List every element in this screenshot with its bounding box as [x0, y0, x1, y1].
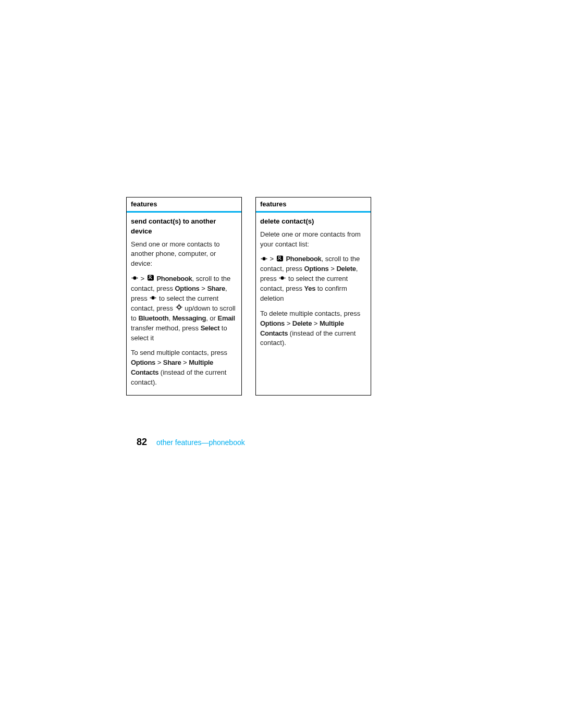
svg-point-0 [133, 277, 136, 280]
t: Delete [292, 319, 312, 327]
svg-point-16 [281, 277, 284, 280]
footer-section-title: other features—phonebook [156, 438, 245, 447]
t: > [285, 319, 292, 327]
box-header: features [256, 198, 371, 211]
feature-box-send-contacts: features send contact(s) to another devi… [126, 197, 242, 396]
svg-point-9 [181, 307, 182, 308]
t: Select [201, 324, 220, 332]
t: Share [207, 285, 225, 292]
svg-point-13 [261, 258, 262, 259]
t: transfer method, press [131, 324, 201, 332]
t: Options [260, 319, 285, 327]
t: Delete [336, 265, 356, 273]
t: > [312, 319, 320, 327]
t: > [200, 285, 207, 292]
box-header: features [127, 198, 241, 211]
svg-point-6 [155, 298, 156, 299]
center-key-icon [279, 274, 286, 284]
t: Messaging [173, 314, 206, 322]
t: Share [163, 359, 181, 366]
page-number: 82 [137, 437, 147, 448]
steps-paragraph: > Phonebook, scroll to the contact, pres… [260, 254, 366, 304]
t: To send multiple contacts, press [131, 349, 227, 356]
t: > [139, 275, 146, 282]
svg-point-18 [285, 278, 286, 279]
t: Bluetooth [138, 314, 168, 322]
subheading: delete contact(s) [260, 217, 366, 227]
multi-paragraph: To send multiple contacts, press Options… [131, 348, 237, 387]
content-columns: features send contact(s) to another devi… [126, 197, 371, 396]
page: features send contact(s) to another devi… [0, 0, 563, 728]
svg-point-10 [178, 304, 179, 305]
box-body: send contact(s) to another device Send o… [127, 213, 241, 395]
phonebook-icon [276, 255, 284, 265]
intro-paragraph: Send one or more contacts to another pho… [131, 240, 237, 269]
intro-paragraph: Delete one or more contacts from your co… [260, 230, 366, 250]
t: Email [218, 314, 235, 322]
svg-point-4 [152, 296, 155, 299]
t: Options [175, 285, 200, 292]
svg-point-17 [279, 278, 280, 279]
svg-point-5 [150, 298, 151, 299]
svg-point-7 [177, 306, 180, 309]
center-key-icon [150, 294, 156, 304]
t: > [181, 359, 189, 366]
page-footer: 82 other features—phonebook [137, 437, 245, 448]
nav-key-icon [176, 304, 182, 314]
t: , [168, 314, 172, 322]
t: To delete multiple contacts, press [260, 310, 360, 317]
steps-paragraph: > Phonebook, scroll to the contact, pres… [131, 274, 237, 343]
feature-box-delete-contacts: features delete contact(s) Delete one or… [255, 197, 371, 396]
t: Options [131, 359, 155, 366]
t: > [329, 265, 337, 273]
svg-point-2 [137, 278, 138, 279]
t: Phonebook [156, 275, 192, 282]
center-key-icon [261, 255, 267, 265]
svg-point-1 [132, 278, 133, 279]
t: Phonebook [286, 255, 321, 263]
svg-point-14 [266, 258, 267, 259]
t: Yes [304, 285, 316, 292]
t: > [155, 359, 163, 366]
svg-point-12 [262, 257, 265, 260]
t: Options [304, 265, 329, 273]
t: , or [206, 314, 217, 322]
multi-paragraph: To delete multiple contacts, press Optio… [260, 309, 366, 348]
svg-point-8 [176, 307, 177, 308]
subheading: send contact(s) to another device [131, 217, 237, 237]
box-body: delete contact(s) Delete one or more con… [256, 213, 371, 355]
phonebook-icon [147, 274, 154, 284]
center-key-icon [131, 274, 138, 284]
t: > [268, 255, 276, 263]
svg-point-11 [178, 310, 179, 311]
